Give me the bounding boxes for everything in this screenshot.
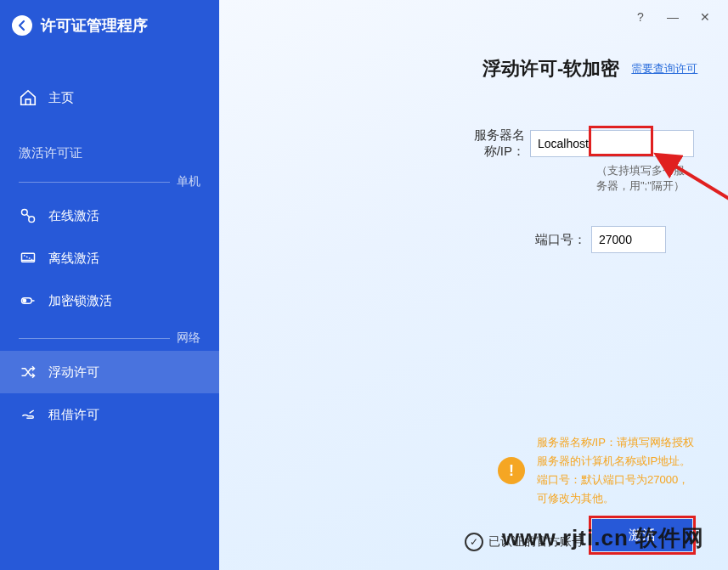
dongle-icon xyxy=(19,291,37,310)
server-label: 服务器名称/IP： xyxy=(474,127,530,160)
shuffle-icon xyxy=(19,363,37,381)
hand-icon xyxy=(19,405,37,424)
floating-license-form: 服务器名称/IP： （支持填写多个服务器，用";"隔开） 端口号： xyxy=(474,127,694,257)
svg-point-0 xyxy=(22,210,28,216)
server-hint: （支持填写多个服务器，用";"隔开） xyxy=(474,163,694,194)
sidebar-item-floating-license[interactable]: 浮动许可 xyxy=(0,351,219,393)
online-activate-icon xyxy=(19,206,37,225)
sidebar-item-offline-activate[interactable]: 离线激活 xyxy=(0,237,219,279)
divider-standalone: 单机 xyxy=(0,174,219,189)
sidebar-item-dongle-activate[interactable]: 加密锁激活 xyxy=(0,279,219,322)
sidebar: 许可证管理程序 主页 激活许可证 单机 在线激活 离线激活 加密锁激活 网络 xyxy=(0,0,219,570)
divider-network: 网络 xyxy=(0,330,219,346)
info-line2: 端口号：默认端口号为27000，可修改为其他。 xyxy=(537,471,694,508)
info-text: 服务器名称/IP：请填写网络授权服务器的计算机名称或IP地址。 端口号：默认端口… xyxy=(537,433,694,508)
home-icon xyxy=(19,88,37,107)
info-line1: 服务器名称/IP：请填写网络授权服务器的计算机名称或IP地址。 xyxy=(537,433,694,471)
page-header: 浮动许可-软加密 需要查询许可 xyxy=(219,0,697,82)
sidebar-header: 许可证管理程序 xyxy=(0,0,219,51)
warning-icon: ! xyxy=(498,457,525,484)
server-input[interactable] xyxy=(530,130,694,157)
sidebar-item-label: 离线激活 xyxy=(48,251,99,267)
sidebar-item-home[interactable]: 主页 xyxy=(0,76,219,119)
wechat-watermark: ✓ 已认证的官方账号 xyxy=(465,533,584,551)
main-content: ? — ✕ 浮动许可-软加密 需要查询许可 服务器名称/IP： （支持填写多个服… xyxy=(219,0,728,570)
sidebar-item-label: 浮动许可 xyxy=(48,364,99,381)
sidebar-item-label: 加密锁激活 xyxy=(48,293,112,309)
info-banner: ! 服务器名称/IP：请填写网络授权服务器的计算机名称或IP地址。 端口号：默认… xyxy=(498,433,694,508)
sidebar-item-label: 租借许可 xyxy=(48,407,99,423)
back-button[interactable] xyxy=(12,15,32,36)
offline-activate-icon xyxy=(19,249,37,268)
svg-point-1 xyxy=(29,217,35,223)
query-license-link[interactable]: 需要查询许可 xyxy=(631,61,697,76)
wechat-icon: ✓ xyxy=(465,533,483,551)
port-row: 端口号： xyxy=(474,226,694,253)
sidebar-item-online-activate[interactable]: 在线激活 xyxy=(0,195,219,237)
app-title: 许可证管理程序 xyxy=(41,15,148,36)
port-input[interactable] xyxy=(591,226,666,253)
sidebar-item-borrow-license[interactable]: 租借许可 xyxy=(0,393,219,436)
back-arrow-icon xyxy=(16,20,28,31)
sidebar-section-activate: 激活许可证 xyxy=(0,141,219,166)
activate-button[interactable]: 激活 xyxy=(592,519,692,551)
port-label: 端口号： xyxy=(474,232,591,248)
svg-point-4 xyxy=(23,299,25,302)
sidebar-item-label: 主页 xyxy=(48,90,74,106)
server-row: 服务器名称/IP： xyxy=(474,127,694,160)
sidebar-item-label: 在线激活 xyxy=(48,208,99,224)
page-title: 浮动许可-软加密 xyxy=(483,56,619,82)
